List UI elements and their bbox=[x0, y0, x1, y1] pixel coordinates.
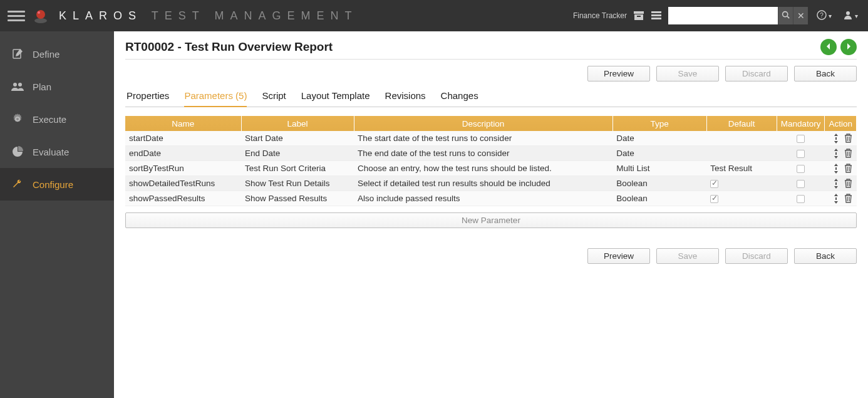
search-clear-button[interactable]: ✕ bbox=[793, 7, 808, 24]
prev-button[interactable] bbox=[820, 39, 837, 55]
table-row[interactable]: startDateStart DateThe start date of the… bbox=[125, 131, 857, 146]
table-row[interactable]: endDateEnd DateThe end date of the test … bbox=[125, 146, 857, 161]
tab-parameters[interactable]: Parameters (5) bbox=[184, 86, 247, 107]
cell-mandatory[interactable] bbox=[777, 191, 825, 206]
sidebar-item-plan[interactable]: Plan bbox=[0, 70, 114, 103]
cell-mandatory[interactable] bbox=[777, 146, 825, 161]
delete-icon[interactable] bbox=[844, 149, 853, 158]
cell-type[interactable]: Boolean bbox=[612, 191, 706, 206]
cell-mandatory[interactable] bbox=[777, 176, 825, 191]
cell-name[interactable]: sortByTestRun bbox=[125, 161, 241, 176]
save-button[interactable]: Save bbox=[656, 248, 719, 264]
cell-default[interactable] bbox=[706, 191, 777, 206]
drag-handle-icon[interactable] bbox=[832, 179, 840, 188]
cell-action bbox=[825, 131, 857, 146]
search-input[interactable] bbox=[668, 7, 778, 24]
preview-button[interactable]: Preview bbox=[587, 248, 650, 264]
column-header-type[interactable]: Type bbox=[612, 116, 706, 131]
drag-handle-icon[interactable] bbox=[832, 194, 840, 203]
column-header-name[interactable]: Name bbox=[125, 116, 241, 131]
default-checkbox[interactable] bbox=[710, 180, 718, 188]
hamburger-menu-icon[interactable] bbox=[8, 7, 25, 24]
delete-icon[interactable] bbox=[844, 179, 853, 188]
cell-default[interactable]: Test Result bbox=[706, 161, 777, 176]
cell-description[interactable]: Choose an entry, how the test runs shoul… bbox=[354, 161, 612, 176]
drag-handle-icon[interactable] bbox=[832, 149, 840, 158]
cell-type[interactable]: Date bbox=[612, 146, 706, 161]
cell-name[interactable]: endDate bbox=[125, 146, 241, 161]
cell-label[interactable]: Test Run Sort Criteria bbox=[241, 161, 354, 176]
tab-script[interactable]: Script bbox=[262, 86, 286, 107]
sidebar-item-label: Configure bbox=[33, 179, 73, 190]
preview-button[interactable]: Preview bbox=[587, 66, 650, 81]
top-bar: KLAROS TEST MANAGEMENT Finance Tracker ✕… bbox=[0, 0, 868, 31]
mandatory-checkbox[interactable] bbox=[797, 195, 805, 203]
delete-icon[interactable] bbox=[844, 194, 853, 203]
tab-layout-template[interactable]: Layout Template bbox=[301, 86, 370, 107]
cell-mandatory[interactable] bbox=[777, 131, 825, 146]
svg-line-10 bbox=[787, 16, 789, 18]
next-button[interactable] bbox=[840, 39, 857, 55]
cell-label[interactable]: Show Test Run Details bbox=[241, 176, 354, 191]
discard-button[interactable]: Discard bbox=[725, 66, 788, 81]
sidebar-item-label: Execute bbox=[33, 114, 66, 125]
drag-handle-icon[interactable] bbox=[832, 134, 840, 143]
cell-default[interactable] bbox=[706, 176, 777, 191]
table-row[interactable]: showPassedResultsShow Passed ResultsAlso… bbox=[125, 191, 857, 206]
cell-type[interactable]: Boolean bbox=[612, 176, 706, 191]
close-icon: ✕ bbox=[797, 11, 805, 21]
column-header-description[interactable]: Description bbox=[354, 116, 612, 131]
table-row[interactable]: showDetailedTestRunsShow Test Run Detail… bbox=[125, 176, 857, 191]
sidebar-item-define[interactable]: Define bbox=[0, 38, 114, 70]
discard-button[interactable]: Discard bbox=[725, 248, 788, 264]
cell-type[interactable]: Multi List bbox=[612, 161, 706, 176]
new-parameter-button[interactable]: New Parameter bbox=[125, 212, 857, 228]
default-checkbox[interactable] bbox=[710, 195, 718, 203]
mandatory-checkbox[interactable] bbox=[797, 150, 805, 158]
svg-point-2 bbox=[38, 11, 40, 14]
cell-description[interactable]: Select if detailed test run results shou… bbox=[354, 176, 612, 191]
cell-name[interactable]: startDate bbox=[125, 131, 241, 146]
mandatory-checkbox[interactable] bbox=[797, 180, 805, 188]
sidebar-item-label: Plan bbox=[33, 81, 51, 92]
cell-name[interactable]: showDetailedTestRuns bbox=[125, 176, 241, 191]
mandatory-checkbox[interactable] bbox=[797, 165, 805, 173]
cell-label[interactable]: Start Date bbox=[241, 131, 354, 146]
tab-properties[interactable]: Properties bbox=[127, 86, 169, 107]
cell-mandatory[interactable] bbox=[777, 161, 825, 176]
tab-changes[interactable]: Changes bbox=[441, 86, 478, 107]
column-header-default[interactable]: Default bbox=[706, 116, 777, 131]
cell-label[interactable]: Show Passed Results bbox=[241, 191, 354, 206]
cell-description[interactable]: The end date of the test runs to conside… bbox=[354, 146, 612, 161]
help-menu[interactable]: ? ▾ bbox=[814, 10, 834, 22]
gear-icon bbox=[11, 113, 24, 125]
mandatory-checkbox[interactable] bbox=[797, 135, 805, 143]
save-button[interactable]: Save bbox=[656, 66, 719, 81]
cell-description[interactable]: The start date of the test runs to consi… bbox=[354, 131, 612, 146]
column-header-label[interactable]: Label bbox=[241, 116, 354, 131]
tab-revisions[interactable]: Revisions bbox=[385, 86, 426, 107]
archive-icon[interactable] bbox=[633, 10, 644, 21]
cell-label[interactable]: End Date bbox=[241, 146, 354, 161]
user-menu[interactable]: ▾ bbox=[840, 10, 860, 22]
sidebar-item-execute[interactable]: Execute bbox=[0, 103, 114, 135]
sidebar-item-evaluate[interactable]: Evaluate bbox=[0, 135, 114, 168]
column-header-mandatory[interactable]: Mandatory bbox=[777, 116, 825, 131]
search-button[interactable] bbox=[778, 7, 793, 24]
back-button[interactable]: Back bbox=[794, 248, 857, 264]
cell-description[interactable]: Also include passed results bbox=[354, 191, 612, 206]
back-button[interactable]: Back bbox=[794, 66, 857, 81]
table-row[interactable]: sortByTestRunTest Run Sort CriteriaChoos… bbox=[125, 161, 857, 176]
delete-icon[interactable] bbox=[844, 164, 853, 173]
list-icon[interactable] bbox=[651, 10, 662, 21]
cell-default[interactable] bbox=[706, 146, 777, 161]
project-name[interactable]: Finance Tracker bbox=[573, 11, 627, 20]
cell-name[interactable]: showPassedResults bbox=[125, 191, 241, 206]
page-title: RT00002 - Test Run Overview Report bbox=[125, 40, 333, 54]
cell-default[interactable] bbox=[706, 131, 777, 146]
arrow-left-icon bbox=[824, 42, 833, 53]
delete-icon[interactable] bbox=[844, 134, 853, 143]
cell-type[interactable]: Date bbox=[612, 131, 706, 146]
drag-handle-icon[interactable] bbox=[832, 164, 840, 173]
sidebar-item-configure[interactable]: Configure bbox=[0, 168, 114, 201]
